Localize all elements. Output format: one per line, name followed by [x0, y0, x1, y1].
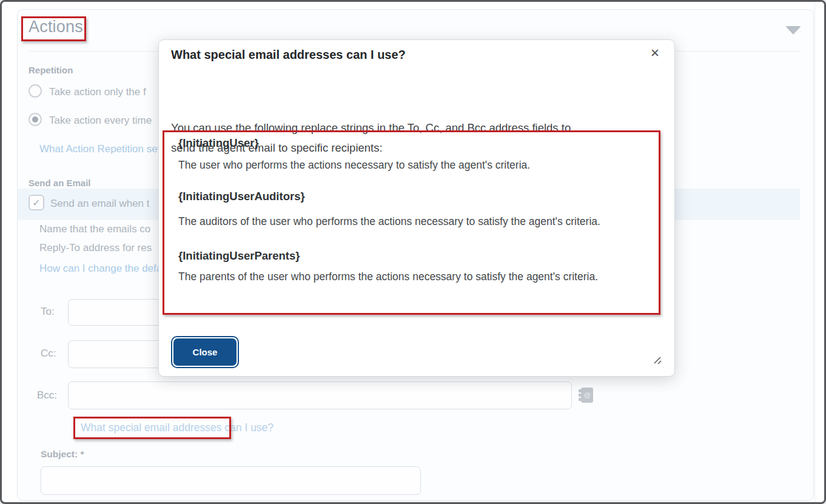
replace-string-initiating-user: {InitiatingUser} — [178, 136, 259, 150]
address-book-icon[interactable]: @ — [581, 388, 593, 403]
dialog-title: What special email addresses can I use? — [171, 48, 406, 62]
replace-string-initiating-user-desc: The user who performs the actions necess… — [178, 159, 530, 172]
replace-string-initiating-user-auditors-desc: The auditors of the user who performs th… — [178, 215, 600, 228]
close-button[interactable]: Close — [171, 336, 239, 368]
dialog-close-icon[interactable]: ✕ — [650, 47, 660, 59]
send-email-group-label: Send an Email — [29, 178, 91, 188]
bcc-field-label: Bcc: — [37, 389, 57, 402]
replace-string-initiating-user-parents: {InitiatingUserParents} — [178, 249, 300, 263]
reply-to-address-text: Reply-To address for res — [39, 242, 152, 254]
collapse-chevron-down-icon[interactable] — [785, 26, 801, 35]
dialog-resize-handle-icon[interactable] — [653, 355, 662, 368]
special-email-addresses-dialog: What special email addresses can I use? … — [158, 39, 675, 377]
send-email-checkbox[interactable]: ✓ — [29, 195, 44, 210]
screenshot-frame: Actions Repetition Take action only the … — [0, 0, 826, 504]
bcc-input[interactable] — [68, 381, 572, 409]
change-default-help-link[interactable]: How can I change the defa — [39, 263, 162, 275]
replace-string-initiating-user-auditors: {InitiatingUserAuditors} — [178, 190, 305, 203]
close-button-label: Close — [173, 338, 237, 366]
radio-take-action-once[interactable] — [29, 84, 42, 98]
repetition-group-label: Repetition — [29, 65, 73, 75]
dialog-intro-line1: You can use the following replace string… — [171, 121, 571, 135]
send-email-checkbox-label: Send an email when t — [50, 198, 150, 210]
special-email-addresses-link[interactable]: What special email addresses can I use? — [81, 422, 274, 434]
action-repetition-help-link[interactable]: What Action Repetition sett — [39, 143, 163, 155]
section-title: Actions — [29, 18, 83, 36]
subject-input[interactable] — [41, 466, 421, 495]
panel-right-border — [814, 2, 815, 502]
radio-take-action-once-label: Take action only the f — [49, 86, 146, 98]
radio-take-action-every-time[interactable] — [29, 113, 42, 126]
subject-field-label: Subject: * — [41, 449, 84, 460]
email-from-name-text: Name that the emails co — [39, 223, 150, 235]
cc-field-label: Cc: — [41, 348, 56, 360]
checkbox-check-icon: ✓ — [32, 198, 40, 208]
replace-string-initiating-user-parents-desc: The parents of the user who performs the… — [178, 270, 598, 283]
to-field-label: To: — [41, 306, 55, 318]
radio-take-action-every-time-label: Take action every time — [49, 115, 152, 127]
